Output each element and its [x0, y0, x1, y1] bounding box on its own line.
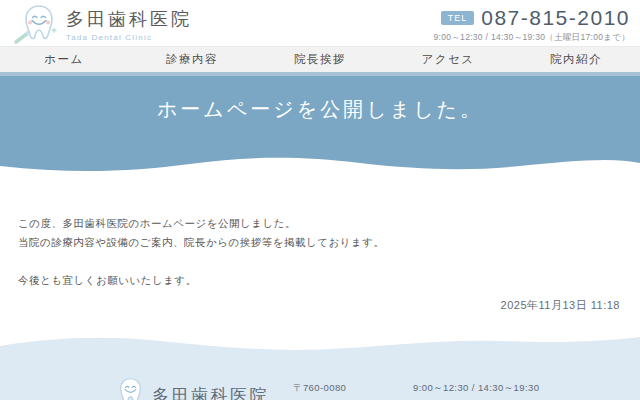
nav-item-services[interactable]: 診療内容 [128, 47, 256, 72]
contact-block: TEL 087-815-2010 9:00～12:30 / 14:30～19:3… [434, 6, 630, 44]
nav-item-clinic-intro[interactable]: 院内紹介 [512, 47, 640, 72]
opening-hours: 9:00～12:30 / 14:30～19:30（土曜日17:00まで） [434, 32, 630, 44]
main-nav: ホーム 診療内容 院長挨拶 アクセス 院内紹介 [0, 46, 640, 72]
article-line-2: 当院の診療内容や設備のご案内、院長からの挨拶等を掲載しております。 [18, 233, 622, 252]
footer-postal-code: 〒760-0080 [293, 382, 346, 395]
nav-item-home[interactable]: ホーム [0, 47, 128, 72]
nav-item-access[interactable]: アクセス [384, 47, 512, 72]
footer-hours: 9:00～12:30 / 14:30～19:30 [413, 382, 539, 395]
article-line-1: この度、多田歯科医院のホームページを公開しました。 [18, 214, 622, 233]
hero-banner: ホームページを公開しました。 [0, 76, 640, 142]
page-title: ホームページを公開しました。 [0, 96, 640, 123]
phone-number[interactable]: 087-815-2010 [481, 6, 630, 30]
news-article: この度、多田歯科医院のホームページを公開しました。 当院の診療内容や設備のご案内… [18, 214, 622, 290]
brand[interactable]: 多田歯科医院 Tada Dental Clinic [66, 9, 192, 42]
article-line-3: 今後とも宜しくお願いいたします。 [18, 271, 622, 290]
hero-wave-shape [0, 142, 640, 178]
clinic-name-en: Tada Dental Clinic [66, 33, 192, 42]
header: 多田歯科医院 Tada Dental Clinic TEL 087-815-20… [0, 0, 640, 46]
tooth-logo-icon[interactable] [12, 3, 62, 45]
footer-tooth-logo-icon [110, 376, 148, 400]
footer-wave-shape [0, 332, 640, 362]
article-date: 2025年11月13日 11:18 [501, 298, 620, 313]
clinic-name: 多田歯科医院 [66, 9, 192, 31]
footer-clinic-name: 多田歯科医院 [152, 384, 269, 400]
footer: 多田歯科医院 〒760-0080 9:00～12:30 / 14:30～19:3… [0, 362, 640, 400]
tel-badge: TEL [441, 11, 475, 26]
nav-item-director-greeting[interactable]: 院長挨拶 [256, 47, 384, 72]
